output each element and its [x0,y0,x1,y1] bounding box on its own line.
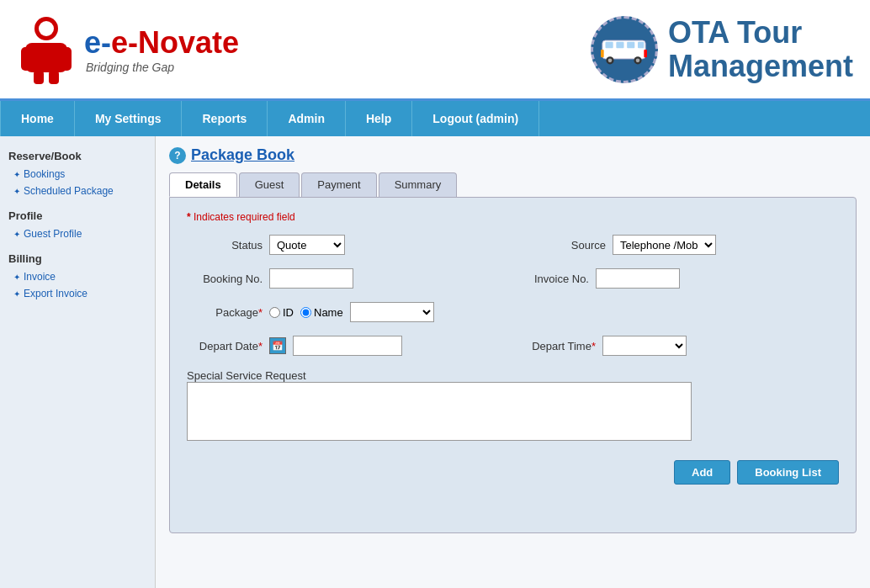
logo-person-icon [17,13,76,85]
booking-no-label: Booking No. [187,273,263,285]
tab-bar: Details Guest Payment Summary [169,172,857,197]
main-nav: Home My Settings Reports Admin Help Logo… [0,101,870,136]
bullet-icon: ✦ [13,187,20,196]
depart-date-label: Depart Date* [187,340,263,352]
logo-right: OTA Tour Management [591,16,853,83]
status-source-row: Status Quote Confirmed Cancelled Source … [187,235,839,255]
sidebar-section-reserve: Reserve/Book [0,145,155,166]
logo-tagline: Bridging the Gap [86,61,239,74]
bullet-icon: ✦ [13,170,20,179]
sidebar-bookings-label: Bookings [24,168,65,180]
bullet-icon: ✦ [13,289,20,299]
source-select[interactable]: Telephone /Mob Walk-in Email Online [613,235,716,255]
page-title: Package Book [191,146,294,164]
svg-point-15 [636,58,640,62]
package-select[interactable] [350,302,434,322]
sidebar-section-profile: Profile [0,204,155,225]
logo-left: e-e-Novate Bridging the Gap [17,13,239,85]
radio-id-text: ID [283,306,294,319]
svg-rect-5 [49,71,59,84]
ota-title: OTA Tour Management [668,16,853,82]
sidebar-section-billing: Billing [0,247,155,268]
main-layout: Reserve/Book ✦ Bookings ✦ Scheduled Pack… [0,136,870,588]
tab-summary[interactable]: Summary [379,172,458,197]
ssr-label: Special Service Request [187,369,839,382]
sidebar: Reserve/Book ✦ Bookings ✦ Scheduled Pack… [0,136,156,588]
help-icon[interactable]: ? [169,147,186,164]
sidebar-invoice-label: Invoice [24,271,56,283]
bullet-icon: ✦ [13,273,20,282]
radio-id[interactable] [269,307,280,318]
svg-rect-4 [34,71,44,84]
svg-rect-10 [628,41,635,47]
booking-no-input[interactable] [269,268,353,289]
sidebar-item-export-invoice[interactable]: ✦ Export Invoice [0,285,155,302]
status-label: Status [187,239,263,252]
calendar-icon[interactable]: 📅 [269,337,286,354]
svg-rect-11 [638,41,644,47]
logo-text: e-e-Novate Bridging the Gap [84,25,239,74]
radio-id-label[interactable]: ID [269,306,294,319]
logo-brand: e-e-Novate [84,25,239,61]
nav-my-settings[interactable]: My Settings [75,101,183,136]
svg-point-6 [39,21,54,36]
sidebar-item-bookings[interactable]: ✦ Bookings [0,166,155,183]
sidebar-scheduled-label: Scheduled Package [24,185,114,197]
svg-rect-8 [606,41,613,47]
bus-icon [591,16,658,83]
page-title-row: ? Package Book [169,146,857,164]
depart-time-group: Depart Time* [520,336,687,356]
svg-rect-9 [617,41,624,47]
svg-rect-16 [601,50,604,57]
depart-time-label: Depart Time* [520,340,596,352]
depart-row: Depart Date* 📅 Depart Time* [187,336,839,356]
booking-no-group: Booking No. [187,268,353,289]
nav-reports[interactable]: Reports [182,101,268,136]
depart-time-select[interactable] [602,336,687,356]
radio-name-label[interactable]: Name [300,306,343,319]
buttons-row: Add Booking List [187,460,839,485]
nav-admin[interactable]: Admin [268,101,346,136]
invoice-no-input[interactable] [596,268,680,289]
depart-date-input[interactable] [293,336,402,356]
package-label: Package* [187,306,263,319]
ssr-textarea[interactable] [187,382,692,441]
package-group: Package* ID Name [187,302,434,322]
nav-home[interactable]: Home [0,101,75,136]
package-radio-group: ID Name [269,306,343,319]
sidebar-guest-profile-label: Guest Profile [24,228,82,240]
source-label: Source [530,239,606,252]
content-area: ? Package Book Details Guest Payment Sum… [156,136,870,588]
bullet-icon: ✦ [13,230,20,239]
svg-rect-3 [60,47,72,71]
sidebar-item-guest-profile[interactable]: ✦ Guest Profile [0,225,155,242]
depart-date-group: Depart Date* 📅 [187,336,402,356]
booking-invoice-row: Booking No. Invoice No. [187,268,839,289]
svg-rect-17 [645,50,648,57]
radio-name[interactable] [300,307,311,318]
sidebar-item-invoice[interactable]: ✦ Invoice [0,268,155,285]
tab-payment[interactable]: Payment [301,172,376,197]
sidebar-item-scheduled-package[interactable]: ✦ Scheduled Package [0,183,155,199]
package-row: Package* ID Name [187,302,839,322]
required-note: * Indicates required field [187,211,839,223]
form-area: * Indicates required field Status Quote … [169,197,857,533]
source-group: Source Telephone /Mob Walk-in Email Onli… [530,235,716,255]
sidebar-export-invoice-label: Export Invoice [24,288,88,299]
nav-logout[interactable]: Logout (admin) [412,101,539,136]
svg-point-13 [608,58,613,62]
svg-rect-2 [21,47,33,71]
booking-list-button[interactable]: Booking List [737,460,839,485]
status-group: Status Quote Confirmed Cancelled [187,235,345,255]
ssr-section: Special Service Request [187,369,839,443]
invoice-no-label: Invoice No. [513,273,589,285]
add-button[interactable]: Add [674,460,730,485]
status-select[interactable]: Quote Confirmed Cancelled [269,235,345,255]
invoice-no-group: Invoice No. [513,268,680,289]
tab-guest[interactable]: Guest [239,172,300,197]
nav-help[interactable]: Help [346,101,412,136]
header: e-e-Novate Bridging the Gap OTA Tour Man… [0,0,870,101]
tab-details[interactable]: Details [169,172,237,197]
radio-name-text: Name [314,306,343,319]
